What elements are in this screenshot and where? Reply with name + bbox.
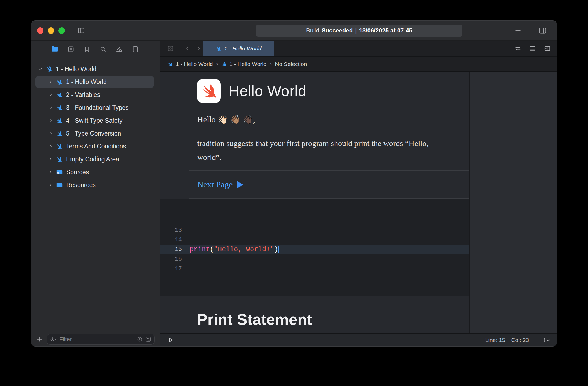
close-button[interactable] — [37, 27, 43, 34]
toggle-inspector-button[interactable] — [538, 21, 548, 40]
swift-playground-icon — [56, 143, 63, 150]
folder-icon — [56, 181, 63, 189]
code-token-paren: ( — [210, 246, 214, 253]
window-controls — [37, 21, 65, 40]
sidebar-item-5-type-conversion[interactable]: 5 - Type Conversion — [31, 127, 160, 140]
chevron-right-icon[interactable] — [48, 118, 53, 123]
filter-field[interactable] — [47, 334, 155, 345]
code-line-16: 16 — [160, 254, 469, 264]
breadcrumb-item-no-selection[interactable]: No Selection — [275, 61, 307, 67]
display-icon — [543, 337, 550, 344]
folder-gear-icon — [56, 169, 63, 176]
add-editor-split-icon[interactable] — [543, 45, 551, 52]
sidebar-item-1-hello-world[interactable]: 1 - Hello World — [31, 75, 160, 88]
page-title: Hello World — [229, 82, 306, 100]
sidebar-item-label: Sources — [66, 169, 89, 176]
window-body: 1 - Hello World 1 - Hello World 2 - Vari… — [31, 41, 557, 346]
sidebar-item-terms-and-conditions[interactable]: Terms And Conditions — [31, 140, 160, 153]
editor-area: 1 - Hello World 1 - Hello World › — [160, 41, 557, 346]
code-token-string: "Hello, world!" — [214, 246, 274, 253]
plus-icon — [514, 27, 522, 35]
tab-bar-right-controls — [514, 41, 551, 56]
code-line-17: 17 — [160, 264, 469, 274]
sidebar-item-label: Terms And Conditions — [66, 143, 126, 150]
code-editor[interactable]: 13 14 15 print("Hello, world!") — [160, 199, 469, 296]
x-square-icon — [67, 46, 75, 53]
next-page-link[interactable]: Next Page — [197, 180, 243, 190]
doc-header: Hello World — [197, 79, 469, 103]
chevron-down-icon[interactable] — [38, 66, 43, 72]
swift-playground-icon — [56, 104, 63, 111]
filter-input[interactable] — [59, 336, 134, 343]
chevron-right-icon[interactable] — [48, 79, 53, 85]
add-item-button[interactable] — [36, 336, 43, 343]
related-items-grid-icon[interactable] — [167, 45, 174, 52]
breadcrumb-item-1[interactable]: 1 - Hello World — [168, 61, 213, 67]
zoom-button[interactable] — [58, 27, 65, 34]
cursor-position: Line: 15 Col: 23 — [485, 337, 529, 343]
recent-files-clock-icon[interactable] — [137, 336, 143, 343]
bookmark-icon — [83, 46, 91, 53]
sidebar-item-empty-coding-area[interactable]: Empty Coding Area — [31, 153, 160, 166]
project-navigator-button[interactable] — [48, 44, 61, 54]
go-back-chevron-icon[interactable] — [184, 45, 190, 52]
sidebar-toggle-icon — [77, 27, 86, 35]
minimize-button[interactable] — [48, 27, 54, 34]
sidebar-filter-bar — [31, 332, 160, 346]
bookmark-navigator-button[interactable] — [80, 44, 93, 54]
code-token-function: print — [190, 246, 210, 253]
go-forward-chevron-icon[interactable] — [195, 45, 202, 52]
toggle-navigator-button[interactable] — [77, 21, 86, 40]
chevron-right-icon[interactable] — [48, 131, 53, 136]
plus-icon — [36, 336, 43, 343]
adjust-editor-lines-icon[interactable] — [529, 45, 536, 52]
source-control-navigator-button[interactable] — [64, 44, 77, 54]
playground-editor-content: Hello World Hello 👋🏻 👋🏽 👋🏿, tradition su… — [160, 72, 557, 333]
add-tab-button[interactable] — [514, 21, 522, 40]
swift-playground-icon — [46, 65, 53, 72]
chevron-right-icon[interactable] — [48, 105, 53, 110]
source-control-status-icon[interactable] — [145, 336, 152, 343]
find-navigator-button[interactable] — [97, 44, 109, 54]
sidebar-item-2-variables[interactable]: 2 - Variables — [31, 88, 160, 101]
titlebar: Build Succeeded | 13/06/2025 at 07:45 — [31, 21, 557, 41]
line-number: 16 — [160, 256, 189, 263]
navigator-sidebar: 1 - Hello World 1 - Hello World 2 - Vari… — [31, 41, 160, 346]
project-tree: 1 - Hello World 1 - Hello World 2 - Vari… — [31, 58, 160, 332]
code-line-13: 13 — [160, 225, 469, 235]
chevron-right-icon[interactable] — [48, 92, 53, 97]
build-prefix: Build — [306, 27, 319, 34]
swift-playground-icon — [56, 91, 63, 98]
next-page-label: Next Page — [197, 180, 233, 190]
chevron-right-icon[interactable] — [48, 156, 53, 162]
editor-status-bar: Line: 15 Col: 23 — [160, 333, 557, 346]
chevron-right-icon[interactable] — [48, 169, 53, 175]
sidebar-item-4-swift-type-safety[interactable]: 4 - Swift Type Safety — [31, 114, 160, 127]
report-navigator-button[interactable] — [129, 44, 142, 54]
rendered-markup-section: Hello World Hello 👋🏻 👋🏽 👋🏿, tradition su… — [160, 72, 469, 170]
code-cell[interactable]: print("Hello, world!") — [189, 246, 469, 253]
build-status-pill[interactable]: Build Succeeded | 13/06/2025 at 07:45 — [256, 25, 462, 37]
section-title: Print Statement — [197, 311, 469, 328]
run-playground-button[interactable] — [167, 337, 174, 344]
sidebar-item-resources[interactable]: Resources — [31, 179, 160, 191]
swap-arrows-icon[interactable] — [514, 45, 521, 52]
sidebar-item-3-foundational-types[interactable]: 3 - Foundational Types — [31, 101, 160, 114]
doc-paragraph-text: tradition suggests that your first progr… — [197, 136, 452, 164]
build-separator: | — [355, 27, 357, 34]
breadcrumb-item-2[interactable]: 1 - Hello World — [221, 61, 267, 67]
chevron-right-icon[interactable] — [48, 144, 53, 149]
swift-playground-icon — [56, 78, 63, 85]
line-indicator: Line: 15 — [485, 337, 505, 343]
jump-bar-breadcrumb: 1 - Hello World › 1 - Hello World › No S… — [160, 57, 557, 72]
issue-navigator-button[interactable] — [113, 44, 126, 54]
sidebar-item-sources[interactable]: Sources — [31, 166, 160, 179]
tab-1-hello-world[interactable]: 1 - Hello World — [203, 41, 274, 56]
editor-display-options-button[interactable] — [543, 337, 550, 344]
sidebar-item-label: 1 - Hello World — [66, 78, 107, 86]
sidebar-item-label: Empty Coding Area — [66, 156, 119, 163]
next-page-play-icon — [237, 181, 243, 188]
tree-root-hello-world[interactable]: 1 - Hello World — [31, 63, 160, 75]
chevron-right-icon[interactable] — [48, 182, 53, 188]
search-icon — [100, 46, 107, 53]
